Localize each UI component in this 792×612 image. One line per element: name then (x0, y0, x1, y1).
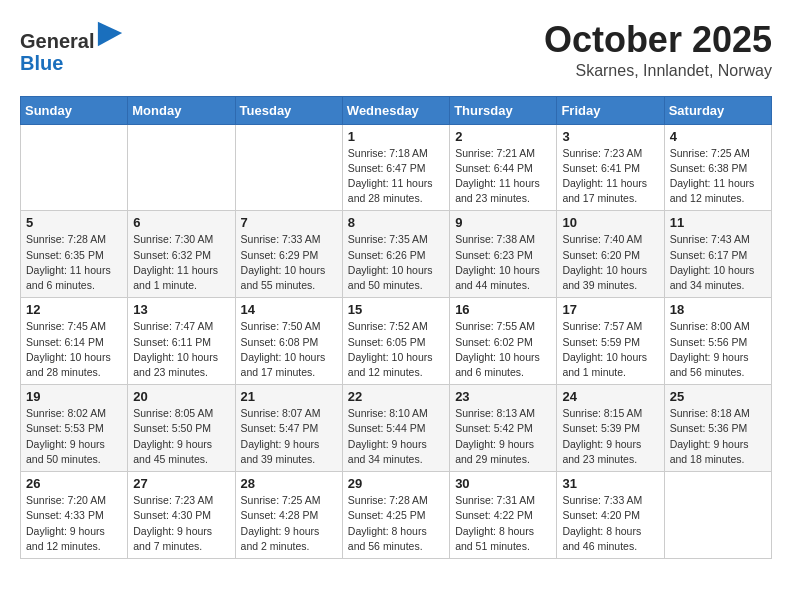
day-number: 19 (26, 389, 122, 404)
logo: General Blue (20, 20, 124, 74)
month-title: October 2025 (544, 20, 772, 60)
day-number: 18 (670, 302, 766, 317)
day-number: 14 (241, 302, 337, 317)
day-cell: 14Sunrise: 7:50 AM Sunset: 6:08 PM Dayli… (235, 298, 342, 385)
weekday-header-row: SundayMondayTuesdayWednesdayThursdayFrid… (21, 96, 772, 124)
day-cell: 10Sunrise: 7:40 AM Sunset: 6:20 PM Dayli… (557, 211, 664, 298)
day-cell (664, 472, 771, 559)
weekday-header-tuesday: Tuesday (235, 96, 342, 124)
weekday-header-wednesday: Wednesday (342, 96, 449, 124)
day-detail: Sunrise: 7:28 AM Sunset: 4:25 PM Dayligh… (348, 493, 444, 554)
day-detail: Sunrise: 8:10 AM Sunset: 5:44 PM Dayligh… (348, 406, 444, 467)
day-number: 5 (26, 215, 122, 230)
day-cell: 19Sunrise: 8:02 AM Sunset: 5:53 PM Dayli… (21, 385, 128, 472)
weekday-header-monday: Monday (128, 96, 235, 124)
day-cell: 6Sunrise: 7:30 AM Sunset: 6:32 PM Daylig… (128, 211, 235, 298)
day-detail: Sunrise: 7:33 AM Sunset: 4:20 PM Dayligh… (562, 493, 658, 554)
day-detail: Sunrise: 7:18 AM Sunset: 6:47 PM Dayligh… (348, 146, 444, 207)
day-number: 13 (133, 302, 229, 317)
day-detail: Sunrise: 7:38 AM Sunset: 6:23 PM Dayligh… (455, 232, 551, 293)
day-cell: 5Sunrise: 7:28 AM Sunset: 6:35 PM Daylig… (21, 211, 128, 298)
day-number: 4 (670, 129, 766, 144)
calendar-table: SundayMondayTuesdayWednesdayThursdayFrid… (20, 96, 772, 559)
day-cell: 1Sunrise: 7:18 AM Sunset: 6:47 PM Daylig… (342, 124, 449, 211)
day-number: 8 (348, 215, 444, 230)
day-detail: Sunrise: 7:50 AM Sunset: 6:08 PM Dayligh… (241, 319, 337, 380)
day-detail: Sunrise: 8:15 AM Sunset: 5:39 PM Dayligh… (562, 406, 658, 467)
weekday-header-thursday: Thursday (450, 96, 557, 124)
day-cell: 11Sunrise: 7:43 AM Sunset: 6:17 PM Dayli… (664, 211, 771, 298)
day-cell: 9Sunrise: 7:38 AM Sunset: 6:23 PM Daylig… (450, 211, 557, 298)
day-number: 2 (455, 129, 551, 144)
logo-general: General (20, 30, 94, 52)
logo-icon (96, 20, 124, 48)
day-cell (21, 124, 128, 211)
day-cell: 26Sunrise: 7:20 AM Sunset: 4:33 PM Dayli… (21, 472, 128, 559)
day-number: 20 (133, 389, 229, 404)
weekday-header-sunday: Sunday (21, 96, 128, 124)
page-header: General Blue October 2025 Skarnes, Innla… (20, 20, 772, 80)
day-number: 23 (455, 389, 551, 404)
logo-text: General Blue (20, 20, 124, 74)
week-row-3: 12Sunrise: 7:45 AM Sunset: 6:14 PM Dayli… (21, 298, 772, 385)
day-cell: 7Sunrise: 7:33 AM Sunset: 6:29 PM Daylig… (235, 211, 342, 298)
day-cell: 25Sunrise: 8:18 AM Sunset: 5:36 PM Dayli… (664, 385, 771, 472)
weekday-header-friday: Friday (557, 96, 664, 124)
day-cell: 30Sunrise: 7:31 AM Sunset: 4:22 PM Dayli… (450, 472, 557, 559)
day-detail: Sunrise: 7:40 AM Sunset: 6:20 PM Dayligh… (562, 232, 658, 293)
day-cell: 16Sunrise: 7:55 AM Sunset: 6:02 PM Dayli… (450, 298, 557, 385)
day-number: 24 (562, 389, 658, 404)
day-cell: 22Sunrise: 8:10 AM Sunset: 5:44 PM Dayli… (342, 385, 449, 472)
day-number: 9 (455, 215, 551, 230)
day-number: 10 (562, 215, 658, 230)
day-number: 31 (562, 476, 658, 491)
day-cell: 12Sunrise: 7:45 AM Sunset: 6:14 PM Dayli… (21, 298, 128, 385)
title-block: October 2025 Skarnes, Innlandet, Norway (544, 20, 772, 80)
day-number: 21 (241, 389, 337, 404)
logo-blue: Blue (20, 52, 63, 74)
day-number: 15 (348, 302, 444, 317)
day-cell: 29Sunrise: 7:28 AM Sunset: 4:25 PM Dayli… (342, 472, 449, 559)
day-detail: Sunrise: 8:13 AM Sunset: 5:42 PM Dayligh… (455, 406, 551, 467)
day-number: 3 (562, 129, 658, 144)
day-number: 22 (348, 389, 444, 404)
week-row-1: 1Sunrise: 7:18 AM Sunset: 6:47 PM Daylig… (21, 124, 772, 211)
day-cell: 31Sunrise: 7:33 AM Sunset: 4:20 PM Dayli… (557, 472, 664, 559)
day-cell: 20Sunrise: 8:05 AM Sunset: 5:50 PM Dayli… (128, 385, 235, 472)
location-subtitle: Skarnes, Innlandet, Norway (544, 62, 772, 80)
day-number: 7 (241, 215, 337, 230)
day-number: 26 (26, 476, 122, 491)
day-detail: Sunrise: 7:25 AM Sunset: 4:28 PM Dayligh… (241, 493, 337, 554)
day-cell: 17Sunrise: 7:57 AM Sunset: 5:59 PM Dayli… (557, 298, 664, 385)
day-number: 25 (670, 389, 766, 404)
day-detail: Sunrise: 7:47 AM Sunset: 6:11 PM Dayligh… (133, 319, 229, 380)
day-detail: Sunrise: 7:23 AM Sunset: 6:41 PM Dayligh… (562, 146, 658, 207)
day-number: 6 (133, 215, 229, 230)
day-cell: 8Sunrise: 7:35 AM Sunset: 6:26 PM Daylig… (342, 211, 449, 298)
day-detail: Sunrise: 7:55 AM Sunset: 6:02 PM Dayligh… (455, 319, 551, 380)
day-cell (128, 124, 235, 211)
day-cell: 28Sunrise: 7:25 AM Sunset: 4:28 PM Dayli… (235, 472, 342, 559)
day-cell: 23Sunrise: 8:13 AM Sunset: 5:42 PM Dayli… (450, 385, 557, 472)
day-number: 28 (241, 476, 337, 491)
day-detail: Sunrise: 7:45 AM Sunset: 6:14 PM Dayligh… (26, 319, 122, 380)
day-detail: Sunrise: 8:00 AM Sunset: 5:56 PM Dayligh… (670, 319, 766, 380)
week-row-5: 26Sunrise: 7:20 AM Sunset: 4:33 PM Dayli… (21, 472, 772, 559)
day-detail: Sunrise: 7:20 AM Sunset: 4:33 PM Dayligh… (26, 493, 122, 554)
day-cell: 24Sunrise: 8:15 AM Sunset: 5:39 PM Dayli… (557, 385, 664, 472)
day-number: 27 (133, 476, 229, 491)
day-cell: 13Sunrise: 7:47 AM Sunset: 6:11 PM Dayli… (128, 298, 235, 385)
day-number: 1 (348, 129, 444, 144)
day-number: 11 (670, 215, 766, 230)
day-detail: Sunrise: 7:28 AM Sunset: 6:35 PM Dayligh… (26, 232, 122, 293)
day-detail: Sunrise: 7:30 AM Sunset: 6:32 PM Dayligh… (133, 232, 229, 293)
day-detail: Sunrise: 7:52 AM Sunset: 6:05 PM Dayligh… (348, 319, 444, 380)
day-cell: 4Sunrise: 7:25 AM Sunset: 6:38 PM Daylig… (664, 124, 771, 211)
day-detail: Sunrise: 7:35 AM Sunset: 6:26 PM Dayligh… (348, 232, 444, 293)
day-detail: Sunrise: 7:21 AM Sunset: 6:44 PM Dayligh… (455, 146, 551, 207)
day-cell (235, 124, 342, 211)
day-detail: Sunrise: 8:07 AM Sunset: 5:47 PM Dayligh… (241, 406, 337, 467)
day-detail: Sunrise: 7:25 AM Sunset: 6:38 PM Dayligh… (670, 146, 766, 207)
day-detail: Sunrise: 7:57 AM Sunset: 5:59 PM Dayligh… (562, 319, 658, 380)
day-cell: 2Sunrise: 7:21 AM Sunset: 6:44 PM Daylig… (450, 124, 557, 211)
